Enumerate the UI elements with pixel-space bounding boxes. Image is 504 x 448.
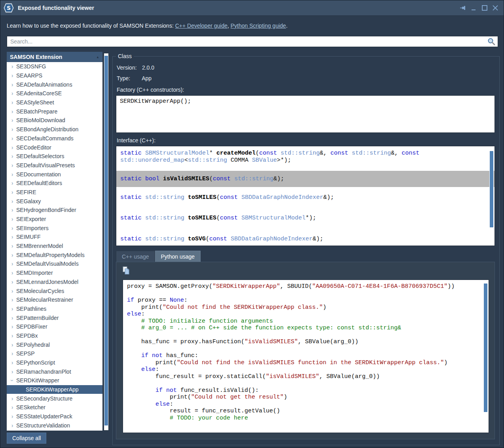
tree-item[interactable]: ›SEHydrogenBondFinder — [7, 206, 102, 215]
tree-item[interactable]: ›SEMLennardJonesModel — [7, 278, 102, 287]
chevron-right-icon[interactable]: › — [9, 171, 15, 178]
chevron-right-icon[interactable]: › — [9, 108, 15, 115]
tree-item[interactable]: ›SEADefaultAnimations — [7, 80, 102, 89]
code-line[interactable]: static std::string toSMILES(const SBDDat… — [120, 194, 491, 201]
chevron-down-icon[interactable]: › — [9, 378, 15, 383]
maximize-icon[interactable] — [481, 4, 488, 11]
tree-item[interactable]: ›SESStateUpdaterPack — [7, 412, 102, 421]
chevron-right-icon[interactable]: › — [9, 189, 15, 195]
chevron-right-icon[interactable]: › — [9, 162, 15, 168]
chevron-right-icon[interactable]: › — [9, 153, 15, 159]
code-line[interactable] — [120, 208, 491, 215]
tree-item[interactable]: ›SEPathlines — [7, 304, 102, 314]
code-line[interactable] — [120, 201, 491, 208]
chevron-right-icon[interactable]: › — [9, 261, 15, 267]
code-line[interactable] — [120, 164, 491, 171]
chevron-right-icon[interactable]: › — [9, 413, 15, 420]
chevron-right-icon[interactable]: › — [9, 225, 15, 231]
tree-item[interactable]: ›SEDefaultSelectors — [7, 152, 102, 161]
chevron-right-icon[interactable]: › — [9, 81, 15, 88]
chevron-right-icon[interactable]: › — [9, 63, 15, 70]
code-line[interactable] — [120, 222, 491, 229]
chevron-right-icon[interactable]: › — [9, 198, 15, 204]
chevron-right-icon[interactable]: › — [9, 279, 15, 285]
interface-scrollbar[interactable] — [489, 147, 494, 245]
tab-c-usage[interactable]: C++ usage — [116, 251, 155, 262]
chevron-right-icon[interactable]: › — [9, 72, 15, 79]
collapse-all-button[interactable]: Collapse all — [7, 433, 46, 444]
chevron-right-icon[interactable]: › — [9, 422, 15, 429]
code-line[interactable]: static std::string toSMILES(const SBMStr… — [120, 215, 491, 222]
python-code-scrollbar[interactable] — [483, 281, 488, 432]
tree-item[interactable]: ›SEBatchPrepare — [7, 107, 102, 116]
chevron-right-icon[interactable]: › — [9, 315, 15, 321]
close-icon[interactable] — [492, 4, 499, 11]
tree-item[interactable]: ›SEPythonScript — [7, 358, 102, 367]
tree-item[interactable]: ›SEBondAngleDistribution — [7, 125, 102, 134]
tree-item[interactable]: ›SERamachandranPlot — [7, 367, 102, 376]
tree-item[interactable]: ›SEAdenitaCoreSE — [7, 89, 102, 98]
tree-item[interactable]: ›SEGalaxy — [7, 197, 102, 206]
chevron-right-icon[interactable]: › — [9, 252, 15, 258]
chevron-right-icon[interactable]: › — [9, 333, 15, 339]
copy-icon[interactable] — [122, 266, 131, 275]
tree-item[interactable]: ›SEMolecularRestrainer — [7, 295, 102, 304]
tree-item[interactable]: ›SEMDefaultPropertyModels — [7, 250, 102, 259]
tree-item[interactable]: ›SEDocumentation — [7, 170, 102, 179]
tree-item[interactable]: ›SEMDefaultVisualModels — [7, 259, 102, 268]
chevron-right-icon[interactable]: › — [9, 395, 15, 402]
tree-item[interactable]: ›SEAStyleSheet — [7, 98, 102, 107]
chevron-right-icon[interactable]: › — [9, 306, 15, 312]
search-input[interactable] — [7, 38, 487, 45]
chevron-right-icon[interactable]: › — [9, 342, 15, 348]
chevron-right-icon[interactable]: › — [9, 243, 15, 249]
chevron-right-icon[interactable]: › — [9, 144, 15, 151]
chevron-right-icon[interactable]: › — [9, 135, 15, 142]
chevron-right-icon[interactable]: › — [9, 117, 15, 123]
pin-icon[interactable] — [460, 4, 467, 11]
chevron-right-icon[interactable]: › — [9, 90, 15, 96]
tree-item[interactable]: ›SECodeEditor — [7, 143, 102, 152]
chevron-right-icon[interactable]: › — [9, 99, 15, 106]
search-icon[interactable] — [487, 38, 495, 45]
tree-item[interactable]: ›SE3DSNFG — [7, 62, 102, 71]
tree-item[interactable]: ›SEStructureValidation — [7, 421, 102, 430]
chevron-right-icon[interactable]: › — [9, 180, 15, 186]
code-line[interactable]: std::unordered_map<std::string COMMA SBV… — [120, 157, 491, 164]
tree-item[interactable]: ›SEAARPS — [7, 71, 102, 80]
chevron-right-icon[interactable]: › — [9, 350, 15, 357]
tree-item[interactable]: ›SEBioMolDownload — [7, 116, 102, 125]
cpp-developer-guide-link[interactable]: C++ Developer guide — [175, 23, 227, 29]
chevron-right-icon[interactable]: › — [9, 207, 15, 213]
tree-item[interactable]: ›SEEDefaultEditors — [7, 179, 102, 188]
tree-item[interactable]: ›SEPSP — [7, 349, 102, 358]
tree-item[interactable]: ›SECDefaultCommands — [7, 134, 102, 143]
tree-item[interactable]: ›SEPDBFixer — [7, 322, 102, 331]
chevron-right-icon[interactable]: › — [9, 369, 15, 375]
python-code-scrollbar-thumb[interactable] — [484, 284, 487, 412]
chevron-right-icon[interactable]: › — [9, 270, 15, 276]
minimize-icon[interactable] — [470, 4, 477, 11]
tree-item[interactable]: ›SEPatternBuilder — [7, 313, 102, 322]
code-line[interactable]: static SBMStructuralModel* createModel(c… — [120, 150, 491, 157]
tree-item[interactable]: ›SEMBrennerModel — [7, 242, 102, 251]
tree-item[interactable]: ›SEIExporter — [7, 215, 102, 224]
tree-item[interactable]: ›SEFIRE — [7, 188, 102, 197]
tree-item[interactable]: ›SEIMUFF — [7, 233, 102, 242]
tree-item[interactable]: ›SERDKitWrapper — [7, 376, 102, 385]
tree-item[interactable]: ›SEMDImporter — [7, 268, 102, 278]
code-line[interactable] — [120, 229, 491, 236]
interface-scrollbar-thumb[interactable] — [490, 151, 493, 227]
tab-python-usage[interactable]: Python usage — [155, 251, 201, 262]
tree-item[interactable]: ›SEMolecularCycles — [7, 286, 102, 295]
code-line[interactable]: static std::string toSVG(const SBDDataGr… — [120, 236, 491, 243]
chevron-right-icon[interactable]: › — [9, 234, 15, 240]
sidebar-scrollbar-thumb[interactable] — [104, 56, 108, 425]
tree-item[interactable]: ›SEDefaultVisualPresets — [7, 161, 102, 170]
tree-item[interactable]: ›SEPolyhedral — [7, 340, 102, 349]
chevron-right-icon[interactable]: › — [9, 323, 15, 330]
tree-item-child[interactable]: SERDKitWrapperApp — [7, 385, 102, 394]
chevron-right-icon[interactable]: › — [9, 288, 15, 294]
chevron-right-icon[interactable]: › — [9, 216, 15, 222]
tree-item[interactable]: ›SEIImporters — [7, 223, 102, 233]
